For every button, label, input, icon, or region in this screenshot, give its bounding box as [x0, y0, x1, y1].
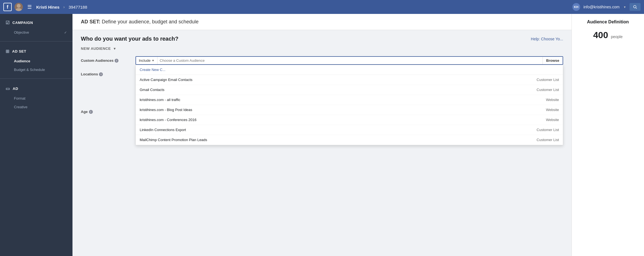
nav-right-area: KH info@kristihines.com ▼: [572, 3, 641, 11]
top-navigation: f ☰ Kristi Hines › 39477188 KH info@kris…: [0, 0, 644, 14]
dropdown-item-name-3: kristihines.com - Blog Post Ideas: [140, 108, 192, 112]
create-new-option[interactable]: Create New C...: [136, 65, 563, 75]
dropdown-item-type-6: Customer List: [537, 138, 559, 142]
custom-audiences-input-row: Include ▼ Browse: [135, 56, 563, 65]
campaign-section: ☑ CAMPAIGN Objective ✓: [0, 14, 72, 40]
email-dropdown-arrow-icon[interactable]: ▼: [623, 6, 626, 9]
adset-page-header: AD SET: Define your audience, budget and…: [72, 14, 572, 30]
age-label: Age i: [81, 107, 131, 114]
audience-definition-panel: Audience Definition 400 people: [572, 14, 644, 256]
section-title-row: Who do you want your ads to reach? Help:…: [81, 36, 563, 42]
account-id-label: 39477188: [69, 5, 87, 9]
dropdown-item-type-1: Customer List: [537, 88, 559, 92]
username-label: Kristi Hines: [36, 5, 59, 9]
adset-title: Define your audience, budget and schedul…: [102, 19, 198, 24]
svg-point-1: [15, 8, 22, 11]
dropdown-item-2[interactable]: kristihines.com - all traffic Website: [136, 95, 563, 105]
dropdown-item-6[interactable]: MailChimp Content Promotion Plan Leads C…: [136, 135, 563, 145]
age-info-icon[interactable]: i: [89, 110, 93, 114]
dropdown-item-name-2: kristihines.com - all traffic: [140, 98, 180, 102]
svg-line-3: [636, 8, 637, 9]
new-audience-arrow-icon[interactable]: ▼: [113, 47, 116, 51]
content-main: AD SET: Define your audience, budget and…: [72, 14, 572, 256]
sidebar-item-creative[interactable]: Creative: [0, 103, 72, 111]
sidebar-item-format[interactable]: Format: [0, 94, 72, 103]
facebook-logo-icon: f: [3, 3, 12, 11]
content-with-panel: AD SET: Define your audience, budget and…: [72, 14, 644, 256]
audience-count-value: 400: [593, 30, 608, 40]
section-title: Who do you want your ads to reach?: [81, 36, 178, 42]
ad-label: AD: [13, 87, 18, 91]
new-audience-row: NEW AUDIENCE ▼: [81, 46, 563, 51]
adset-prefix: AD SET:: [81, 19, 100, 24]
sidebar-item-audience[interactable]: Audience: [0, 57, 72, 65]
sidebar: ☑ CAMPAIGN Objective ✓ ⊞ AD SET Audience…: [0, 14, 72, 256]
dropdown-item-0[interactable]: Active Campaign Email Contacts Customer …: [136, 75, 563, 85]
adset-label: AD SET: [12, 49, 26, 53]
campaign-icon: ☑: [6, 20, 10, 25]
dropdown-item-3[interactable]: kristihines.com - Blog Post Ideas Websit…: [136, 105, 563, 115]
campaign-label: CAMPAIGN: [13, 21, 33, 25]
dropdown-item-name-0: Active Campaign Email Contacts: [140, 78, 192, 82]
custom-audiences-label: Custom Audiences i: [81, 56, 131, 63]
include-arrow-icon: ▼: [152, 59, 154, 62]
dropdown-item-5[interactable]: LinkedIn Connections Export Customer Lis…: [136, 125, 563, 135]
custom-audiences-info-icon[interactable]: i: [115, 59, 118, 63]
sidebar-divider-2: [0, 78, 72, 79]
ad-header: ▭ AD: [0, 83, 72, 94]
adset-section: ⊞ AD SET Audience Budget & Schedule: [0, 43, 72, 77]
dropdown-item-type-4: Website: [546, 118, 559, 122]
dropdown-item-type-3: Website: [546, 108, 559, 112]
sidebar-item-objective[interactable]: Objective ✓: [0, 28, 72, 37]
ad-icon: ▭: [6, 86, 10, 91]
audience-people-label: people: [611, 35, 623, 39]
sidebar-item-budget-schedule[interactable]: Budget & Schedule: [0, 65, 72, 74]
dropdown-item-type-0: Customer List: [537, 78, 559, 82]
ad-section: ▭ AD Format Creative: [0, 80, 72, 115]
main-layout: ☑ CAMPAIGN Objective ✓ ⊞ AD SET Audience…: [0, 14, 644, 256]
dropdown-item-type-5: Customer List: [537, 128, 559, 132]
dropdown-item-1[interactable]: Gmail Contacts Customer List: [136, 85, 563, 95]
nav-arrow-icon: ›: [63, 5, 65, 9]
dropdown-item-name-6: MailChimp Content Promotion Plan Leads: [140, 138, 207, 142]
kh-badge: KH: [572, 3, 580, 11]
menu-icon[interactable]: ☰: [27, 4, 32, 10]
dropdown-item-type-2: Website: [546, 98, 559, 102]
custom-audience-search-input[interactable]: [158, 57, 543, 64]
search-button[interactable]: [630, 3, 641, 11]
dropdown-item-name-5: LinkedIn Connections Export: [140, 128, 186, 132]
audience-count-row: 400 people: [593, 30, 623, 40]
audience-definition-title: Audience Definition: [587, 19, 629, 24]
sidebar-divider-1: [0, 41, 72, 41]
dropdown-item-name-4: kristihines.com - Conferences 2016: [140, 118, 197, 122]
custom-audiences-row: Custom Audiences i Include ▼ Browse: [81, 56, 563, 65]
custom-audience-dropdown: Create New C... Active Campaign Email Co…: [135, 65, 563, 145]
adset-header: ⊞ AD SET: [0, 46, 72, 57]
new-audience-label: NEW AUDIENCE: [81, 46, 111, 51]
include-dropdown-button[interactable]: Include ▼: [136, 57, 158, 64]
adset-icon: ⊞: [6, 49, 9, 54]
objective-check-icon: ✓: [64, 31, 67, 35]
include-label: Include: [139, 58, 151, 63]
avatar: [14, 3, 23, 11]
svg-point-0: [17, 4, 21, 8]
section-body: Who do you want your ads to reach? Help:…: [72, 30, 572, 127]
campaign-header: ☑ CAMPAIGN: [0, 17, 72, 28]
locations-label: Locations i: [81, 70, 131, 76]
help-link[interactable]: Help: Choose Yo...: [531, 37, 563, 41]
dropdown-item-name-1: Gmail Contacts: [140, 88, 164, 92]
custom-audiences-control: Include ▼ Browse Create New C...: [135, 56, 563, 65]
browse-button[interactable]: Browse: [543, 57, 563, 64]
nav-email-label[interactable]: info@kristihines.com: [584, 5, 619, 9]
locations-info-icon[interactable]: i: [99, 72, 103, 76]
dropdown-item-4[interactable]: kristihines.com - Conferences 2016 Websi…: [136, 115, 563, 125]
svg-point-2: [634, 6, 636, 8]
